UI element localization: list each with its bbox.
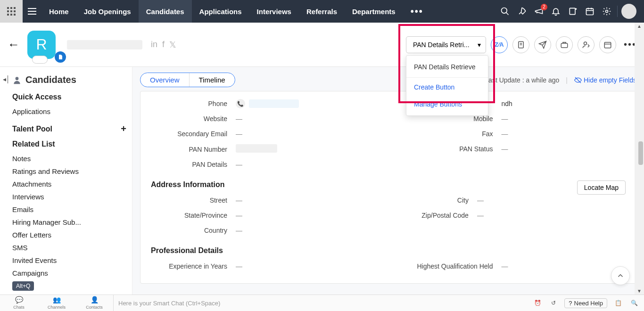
share-user-button[interactable] (578, 36, 594, 53)
search-bottom-icon[interactable]: 🔍 (629, 298, 639, 308)
gear-icon[interactable] (600, 5, 613, 18)
scroll-down-arrow[interactable]: ▼ (637, 287, 642, 295)
locate-map-button[interactable]: Locate Map (577, 180, 626, 195)
sidebar-item-offer-letters[interactable]: Offer Letters (12, 229, 126, 241)
bottom-channels[interactable]: 👥Channels (38, 296, 75, 310)
search-icon[interactable] (498, 5, 512, 18)
announcement-icon[interactable]: 2 (532, 5, 545, 18)
resume-badge-icon[interactable] (55, 51, 66, 63)
add-record-icon[interactable] (566, 5, 579, 18)
value-state[interactable]: — (236, 212, 355, 219)
value-experience[interactable]: — (236, 262, 379, 270)
menu-item-pan-retrieve[interactable]: PAN Details Retrieve (406, 58, 488, 75)
sidebar-item-attachments[interactable]: Attachments (12, 178, 126, 190)
note-button[interactable] (512, 36, 529, 53)
alarm-icon[interactable]: ⏰ (532, 298, 543, 308)
rocket-icon[interactable] (515, 5, 528, 18)
nav-tab-candidates[interactable]: Candidates (139, 0, 192, 23)
custom-button-trigger[interactable]: PAN Details Retri... ▾ (406, 36, 486, 53)
bottom-contacts[interactable]: 👤Contacts (75, 296, 113, 310)
plus-icon[interactable]: + (121, 123, 126, 134)
scroll-thumb[interactable] (638, 141, 643, 165)
user-avatar[interactable] (621, 4, 636, 19)
menu-item-create-button[interactable]: Create Button (406, 77, 488, 96)
value-phone[interactable]: 📞 (236, 99, 379, 108)
value-fax[interactable]: — (502, 130, 626, 138)
menu-toggle[interactable] (23, 8, 41, 15)
app-launcher[interactable] (0, 0, 23, 23)
value-website[interactable]: — (236, 115, 379, 123)
sidebar-item-interviews[interactable]: Interviews (12, 190, 126, 203)
sidebar-collapse-icon[interactable]: ◂│ (3, 75, 10, 83)
sidebar-item-emails[interactable]: Emails (12, 203, 126, 216)
facebook-icon[interactable]: f (162, 40, 165, 50)
hamburger-icon (28, 8, 36, 15)
chat-icon: 💬 (0, 296, 38, 303)
sidebar-item-ratings[interactable]: Ratings and Reviews (12, 165, 126, 178)
value-city[interactable]: — (477, 196, 577, 204)
tab-row: Overview Timeline Last Update : a while … (140, 73, 636, 87)
twitter-icon[interactable]: 𝕏 (169, 40, 176, 50)
scroll-up-arrow[interactable]: ▲ (637, 23, 642, 30)
pill-tabs: Overview Timeline (140, 73, 235, 87)
back-button[interactable]: ← (8, 37, 20, 52)
bell-icon[interactable] (549, 5, 562, 18)
svg-point-26 (584, 42, 586, 45)
last-update-label: Last Update : a while ago (485, 76, 559, 84)
keyboard-shortcut-hint: Alt+Q (12, 281, 34, 291)
value-pan-number[interactable] (236, 144, 379, 154)
value-street[interactable]: — (236, 196, 355, 204)
chevron-down-icon: ▾ (478, 41, 481, 49)
label-country: Country (151, 227, 236, 234)
sidebar-item-campaigns[interactable]: Campaigns (12, 267, 126, 279)
tab-timeline[interactable]: Timeline (189, 73, 235, 87)
bottom-chats[interactable]: 💬Chats (0, 296, 38, 310)
send-button[interactable] (534, 36, 551, 53)
svg-rect-6 (7, 14, 9, 16)
scroll-top-button[interactable] (611, 266, 630, 285)
scrollbar-rail[interactable]: ▲ ▼ (635, 23, 644, 295)
svg-rect-3 (7, 10, 9, 12)
sidebar-item-hiring-manager[interactable]: Hiring Manager Sub... (12, 216, 126, 229)
schedule-button[interactable] (599, 36, 616, 53)
candidate-avatar[interactable]: R -- ☆ (27, 31, 56, 59)
nav-tab-home[interactable]: Home (41, 0, 76, 23)
menu-item-manage-buttons[interactable]: Manage Buttons (406, 96, 488, 113)
value-zip[interactable]: — (477, 212, 577, 219)
smart-chat-input[interactable]: Here is your Smart Chat (Ctrl+Space) (113, 295, 528, 311)
linkedin-icon[interactable]: in (151, 40, 157, 50)
value-pan-details[interactable]: — (236, 161, 379, 168)
nav-tab-job-openings[interactable]: Job Openings (76, 0, 139, 23)
candidate-initial: R (36, 36, 47, 53)
zia-button[interactable]: Z⁄A (491, 36, 508, 53)
svg-rect-5 (14, 10, 16, 12)
sidebar-item-sms[interactable]: SMS (12, 241, 126, 254)
value-country[interactable]: — (236, 227, 355, 234)
tab-overview[interactable]: Overview (140, 73, 189, 87)
rating-badge[interactable]: -- ☆ (32, 56, 48, 64)
nav-tab-applications[interactable]: Applications (192, 0, 249, 23)
need-help-button[interactable]: ?Need Help (564, 298, 607, 308)
nav-tabs: Home Job Openings Candidates Application… (41, 0, 431, 23)
value-pan-status[interactable]: — (502, 145, 626, 153)
sidebar-item-applications[interactable]: Applications (12, 105, 126, 118)
nav-right: 2 (498, 4, 644, 19)
nav-tab-more[interactable]: ••• (403, 0, 431, 23)
nav-tab-referrals[interactable]: Referrals (299, 0, 345, 23)
history-icon[interactable]: ↺ (548, 298, 559, 308)
sidebar-item-invited-events[interactable]: Invited Events (12, 254, 126, 267)
clipboard-icon[interactable]: 📋 (613, 298, 623, 308)
channels-icon: 👥 (38, 296, 75, 303)
value-highest-qual[interactable]: — (502, 262, 626, 270)
sidebar-item-notes[interactable]: Notes (12, 152, 126, 165)
talent-pool-heading[interactable]: Talent Pool+ (12, 123, 126, 134)
nav-tab-departments[interactable]: Departments (345, 0, 403, 23)
nav-tab-interviews[interactable]: Interviews (249, 0, 299, 23)
calendar-icon[interactable] (583, 5, 596, 18)
hide-empty-toggle[interactable]: Hide empty Fields (574, 76, 636, 84)
top-nav: Home Job Openings Candidates Application… (0, 0, 644, 23)
tab-meta: Last Update : a while ago | Hide empty F… (485, 76, 636, 84)
briefcase-button[interactable] (556, 36, 573, 53)
value-mobile[interactable]: — (502, 115, 626, 123)
value-secondary-email[interactable]: — (236, 130, 379, 138)
